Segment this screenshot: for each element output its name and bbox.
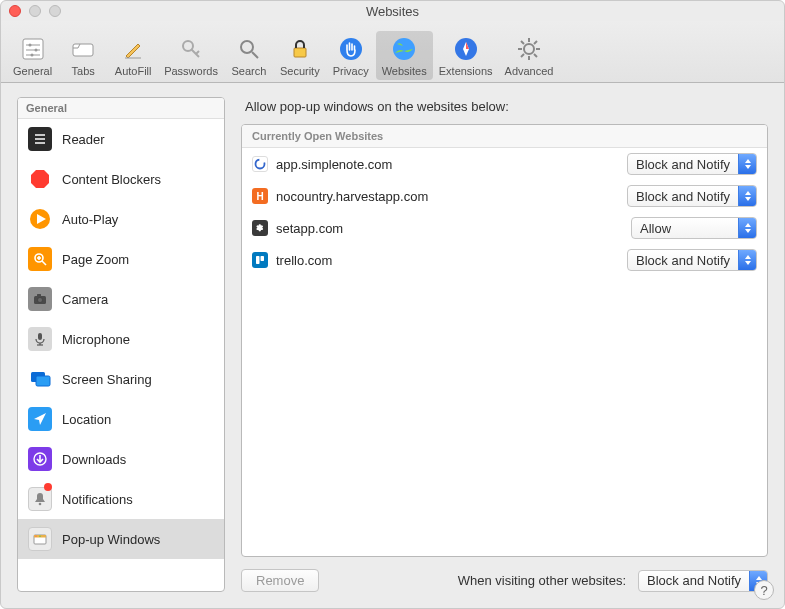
site-favicon: H xyxy=(252,188,268,204)
svg-rect-40 xyxy=(38,333,42,340)
sidebar-item-downloads[interactable]: Downloads xyxy=(18,439,224,479)
site-favicon xyxy=(252,156,268,172)
stop-icon xyxy=(28,167,52,191)
main-heading: Allow pop-up windows on the websites bel… xyxy=(245,99,768,114)
help-button[interactable]: ? xyxy=(754,580,774,600)
tab-icon xyxy=(69,35,97,63)
svg-point-10 xyxy=(241,41,253,53)
notification-badge xyxy=(44,483,52,491)
content-area: General Reader Content Blockers Auto-Pla… xyxy=(1,83,784,608)
default-setting-label: When visiting other websites: xyxy=(458,573,626,588)
site-domain: trello.com xyxy=(276,253,619,268)
site-setting-select[interactable]: Allow xyxy=(631,217,757,239)
sites-box-header: Currently Open Websites xyxy=(242,125,767,148)
toolbar-item-tabs[interactable]: Tabs xyxy=(58,31,108,80)
zoom-window-button[interactable] xyxy=(49,5,61,17)
sidebar-item-page-zoom[interactable]: Page Zoom xyxy=(18,239,224,279)
toolbar-item-security[interactable]: Security xyxy=(274,31,326,80)
sidebar-section-header: General xyxy=(18,98,224,119)
sidebar-item-label: Page Zoom xyxy=(62,252,129,267)
toolbar: General Tabs AutoFill Passwords Search xyxy=(1,21,784,83)
titlebar: Websites xyxy=(1,1,784,21)
default-setting-select[interactable]: Block and Notify xyxy=(638,570,768,592)
sidebar-item-popup-windows[interactable]: Pop-up Windows xyxy=(18,519,224,559)
site-setting-select[interactable]: Block and Notify xyxy=(627,153,757,175)
site-setting-select[interactable]: Block and Notify xyxy=(627,249,757,271)
site-domain: app.simplenote.com xyxy=(276,157,619,172)
svg-point-6 xyxy=(30,54,33,57)
site-favicon xyxy=(252,252,268,268)
select-value: Block and Notify xyxy=(639,571,749,591)
svg-point-2 xyxy=(28,44,31,47)
toolbar-item-advanced[interactable]: Advanced xyxy=(499,31,560,80)
globe-icon xyxy=(390,35,418,63)
select-value: Block and Notify xyxy=(628,186,738,206)
key-icon xyxy=(177,35,205,63)
toolbar-item-search[interactable]: Search xyxy=(224,31,274,80)
toolbar-item-privacy[interactable]: Privacy xyxy=(326,31,376,80)
site-favicon: ✽ xyxy=(252,220,268,236)
mic-icon xyxy=(28,327,52,351)
lock-icon xyxy=(286,35,314,63)
preferences-window: Websites General Tabs AutoFill Passwords xyxy=(0,0,785,609)
svg-line-23 xyxy=(521,41,524,44)
sidebar-item-auto-play[interactable]: Auto-Play xyxy=(18,199,224,239)
toolbar-item-websites[interactable]: Websites xyxy=(376,31,433,80)
sidebar-item-microphone[interactable]: Microphone xyxy=(18,319,224,359)
toolbar-item-general[interactable]: General xyxy=(7,31,58,80)
svg-marker-30 xyxy=(31,170,49,188)
gear-icon xyxy=(515,35,543,63)
svg-point-54 xyxy=(256,160,265,169)
pen-icon xyxy=(119,35,147,63)
site-row[interactable]: trello.com Block and Notify xyxy=(242,244,767,276)
sidebar-item-label: Location xyxy=(62,412,111,427)
sidebar-item-label: Notifications xyxy=(62,492,133,507)
minimize-window-button[interactable] xyxy=(29,5,41,17)
toolbar-item-extensions[interactable]: Extensions xyxy=(433,31,499,80)
sidebar-item-camera[interactable]: Camera xyxy=(18,279,224,319)
toolbar-item-autofill[interactable]: AutoFill xyxy=(108,31,158,80)
svg-point-48 xyxy=(39,503,42,506)
camera-icon xyxy=(28,287,52,311)
svg-point-53 xyxy=(39,536,40,537)
site-row[interactable]: H nocountry.harvestapp.com Block and Not… xyxy=(242,180,767,212)
sidebar-item-label: Pop-up Windows xyxy=(62,532,160,547)
svg-point-4 xyxy=(34,49,37,52)
sites-box: Currently Open Websites app.simplenote.c… xyxy=(241,124,768,557)
remove-button[interactable]: Remove xyxy=(241,569,319,592)
sidebar-item-location[interactable]: Location xyxy=(18,399,224,439)
site-row[interactable]: ✽ setapp.com Allow xyxy=(242,212,767,244)
chevron-updown-icon xyxy=(738,186,756,206)
select-value: Block and Notify xyxy=(628,250,738,270)
sidebar-item-screen-sharing[interactable]: Screen Sharing xyxy=(18,359,224,399)
footer-row: Remove When visiting other websites: Blo… xyxy=(241,569,768,592)
window-title: Websites xyxy=(366,4,419,19)
sidebar-item-label: Reader xyxy=(62,132,105,147)
sidebar-item-notifications[interactable]: Notifications xyxy=(18,479,224,519)
svg-line-24 xyxy=(534,54,537,57)
sidebar-item-label: Camera xyxy=(62,292,108,307)
svg-point-38 xyxy=(38,298,43,303)
screens-icon xyxy=(28,367,52,391)
sidebar-item-label: Downloads xyxy=(62,452,126,467)
popup-icon xyxy=(28,527,52,551)
select-value: Allow xyxy=(632,218,738,238)
sidebar-item-reader[interactable]: Reader xyxy=(18,119,224,159)
compass-icon xyxy=(452,35,480,63)
svg-line-11 xyxy=(252,52,258,58)
site-row[interactable]: app.simplenote.com Block and Notify xyxy=(242,148,767,180)
site-setting-select[interactable]: Block and Notify xyxy=(627,185,757,207)
play-icon xyxy=(28,207,52,231)
close-window-button[interactable] xyxy=(9,5,21,17)
svg-point-51 xyxy=(35,536,36,537)
svg-rect-7 xyxy=(73,44,93,56)
sidebar-item-content-blockers[interactable]: Content Blockers xyxy=(18,159,224,199)
main-panel: Allow pop-up windows on the websites bel… xyxy=(241,97,768,592)
sites-list: app.simplenote.com Block and Notify H no… xyxy=(242,148,767,556)
site-domain: setapp.com xyxy=(276,221,623,236)
svg-point-52 xyxy=(37,536,38,537)
svg-point-18 xyxy=(524,44,534,54)
site-domain: nocountry.harvestapp.com xyxy=(276,189,619,204)
toolbar-item-passwords[interactable]: Passwords xyxy=(158,31,224,80)
svg-line-34 xyxy=(42,261,46,265)
